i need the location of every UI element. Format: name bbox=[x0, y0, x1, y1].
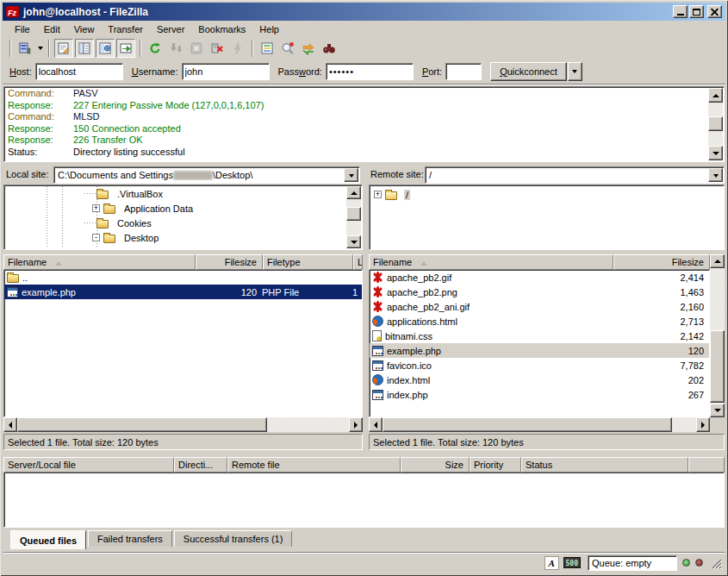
menubar: File Edit View Transfer Server Bookmarks… bbox=[3, 21, 725, 37]
file-row[interactable]: favicon.ico7,782 bbox=[370, 358, 709, 373]
toggle-local-tree-button[interactable] bbox=[75, 39, 94, 58]
scrollbar-thumb[interactable] bbox=[17, 417, 267, 432]
disconnect-button[interactable] bbox=[208, 39, 227, 58]
local-col-modified[interactable]: L bbox=[353, 254, 363, 270]
expand-icon[interactable]: + bbox=[92, 204, 100, 212]
local-tree-scrollbar[interactable] bbox=[346, 186, 361, 248]
file-row-updir[interactable]: .. bbox=[4, 270, 362, 285]
local-site-combo[interactable]: C:\Documents and Settings\Desktop\ bbox=[53, 166, 360, 184]
tree-item-desktop[interactable]: - Desktop bbox=[5, 230, 346, 245]
process-queue-button[interactable] bbox=[166, 39, 185, 58]
cancel-button[interactable] bbox=[187, 39, 206, 58]
tab-successful-transfers[interactable]: Successful transfers (1) bbox=[174, 530, 293, 547]
queue-col-size[interactable]: Size bbox=[401, 457, 470, 473]
menu-transfer[interactable]: Transfer bbox=[101, 22, 150, 36]
scroll-down-icon[interactable] bbox=[708, 146, 723, 160]
tree-item-cookies[interactable]: Cookies bbox=[5, 216, 346, 230]
sync-browse-button[interactable] bbox=[299, 39, 318, 58]
scrollbar-thumb[interactable] bbox=[710, 330, 725, 403]
queue-col-status[interactable]: Status bbox=[521, 457, 688, 473]
scrollbar-thumb[interactable] bbox=[346, 207, 361, 221]
toggle-message-log-button[interactable] bbox=[54, 39, 73, 58]
tab-queued-files[interactable]: Queued files bbox=[10, 530, 86, 549]
reconnect-button[interactable] bbox=[228, 39, 247, 58]
queue-col-server-local[interactable]: Server/Local file bbox=[3, 457, 174, 473]
file-row-selected[interactable]: example.php120 bbox=[370, 343, 709, 358]
menu-help[interactable]: Help bbox=[252, 22, 286, 36]
scrollbar-thumb[interactable] bbox=[708, 116, 723, 131]
log-scrollbar[interactable] bbox=[708, 88, 723, 160]
menu-file[interactable]: File bbox=[8, 22, 37, 36]
toggle-queue-button[interactable] bbox=[116, 39, 135, 58]
close-button[interactable] bbox=[707, 5, 722, 18]
tree-item-root[interactable]: + / bbox=[370, 187, 724, 202]
scroll-left-icon[interactable] bbox=[369, 417, 383, 432]
tab-failed-transfers[interactable]: Failed transfers bbox=[88, 530, 172, 547]
message-log: Command:PASV Response:227 Entering Passi… bbox=[3, 86, 725, 162]
file-row[interactable]: apache_pb2_ani.gif2,160 bbox=[370, 299, 709, 314]
scroll-right-icon[interactable] bbox=[696, 417, 710, 432]
file-row[interactable]: applications.html2,713 bbox=[370, 314, 709, 329]
scroll-right-icon[interactable] bbox=[349, 417, 363, 432]
local-hscrollbar[interactable] bbox=[3, 417, 363, 432]
filter-button[interactable] bbox=[258, 39, 277, 58]
username-input[interactable] bbox=[182, 63, 270, 80]
file-row[interactable]: index.html202 bbox=[370, 373, 709, 387]
maximize-button[interactable] bbox=[689, 5, 704, 18]
queue-body bbox=[3, 473, 725, 528]
minimize-button[interactable] bbox=[673, 5, 688, 18]
filter-icon bbox=[260, 41, 274, 55]
queue-header: Server/Local file Directi... Remote file… bbox=[3, 457, 725, 473]
local-col-filetype[interactable]: Filetype bbox=[263, 254, 353, 270]
scroll-left-icon[interactable] bbox=[3, 417, 17, 432]
menu-edit[interactable]: Edit bbox=[37, 22, 67, 36]
site-manager-dropdown[interactable] bbox=[38, 47, 43, 53]
scroll-up-icon[interactable] bbox=[708, 88, 723, 103]
find-button[interactable] bbox=[320, 39, 339, 58]
host-input[interactable] bbox=[35, 63, 123, 80]
scroll-up-icon[interactable] bbox=[346, 186, 361, 199]
file-row[interactable]: index.php267 bbox=[370, 387, 709, 402]
refresh-button[interactable] bbox=[146, 39, 165, 58]
toggle-remote-tree-button[interactable] bbox=[96, 39, 115, 58]
password-input[interactable] bbox=[326, 63, 414, 80]
local-col-filename[interactable]: Filename bbox=[3, 254, 196, 270]
remote-hscrollbar[interactable] bbox=[369, 417, 710, 432]
quickconnect-dropdown[interactable] bbox=[568, 62, 582, 81]
port-input[interactable] bbox=[445, 63, 482, 80]
file-row[interactable]: bitnami.css2,142 bbox=[370, 329, 709, 343]
remote-col-filename[interactable]: Filename bbox=[369, 254, 613, 270]
sort-asc-icon bbox=[420, 258, 427, 266]
menu-view[interactable]: View bbox=[67, 22, 102, 36]
local-col-filesize[interactable]: Filesize bbox=[196, 254, 263, 270]
scroll-down-icon[interactable] bbox=[710, 404, 725, 417]
titlebar[interactable]: Fz john@localhost - FileZilla bbox=[3, 3, 725, 21]
file-row[interactable]: apache_pb2.gif2,414 bbox=[370, 270, 709, 285]
scroll-down-icon[interactable] bbox=[346, 235, 361, 248]
local-combo-dropdown[interactable] bbox=[344, 168, 358, 182]
expand-icon[interactable]: + bbox=[374, 191, 382, 198]
compare-button[interactable] bbox=[278, 39, 297, 58]
remote-site-combo[interactable]: / bbox=[425, 166, 725, 184]
remote-vscrollbar[interactable] bbox=[710, 254, 725, 417]
scroll-up-icon[interactable] bbox=[710, 254, 725, 268]
queue-col-remote-file[interactable]: Remote file bbox=[227, 457, 401, 473]
remote-combo-dropdown[interactable] bbox=[708, 168, 723, 182]
remote-col-filesize[interactable]: Filesize bbox=[613, 254, 710, 270]
remote-site-label: Remote site: bbox=[370, 169, 424, 179]
file-row-example-php[interactable]: example.php 120 PHP File 1 bbox=[4, 285, 362, 299]
menu-server[interactable]: Server bbox=[150, 22, 191, 36]
queue-col-priority[interactable]: Priority bbox=[470, 457, 521, 473]
queue-status: Queue: empty bbox=[588, 555, 677, 571]
queue-col-direction[interactable]: Directi... bbox=[174, 457, 227, 473]
tree-item-virtualbox[interactable]: .VirtualBox bbox=[5, 186, 346, 201]
tree-item-application-data[interactable]: + Application Data bbox=[5, 201, 346, 216]
site-manager-button[interactable] bbox=[16, 39, 34, 58]
menu-bookmarks[interactable]: Bookmarks bbox=[191, 22, 252, 36]
file-row[interactable]: apache_pb2.png1,463 bbox=[370, 285, 709, 299]
scrollbar-thumb[interactable] bbox=[383, 417, 672, 432]
resize-grip[interactable] bbox=[710, 557, 722, 569]
quickconnect-button[interactable]: Quickconnect bbox=[490, 62, 567, 81]
collapse-icon[interactable]: - bbox=[92, 234, 100, 241]
quickconnect-bar: Host: Username: Password: Port: Quickcon… bbox=[3, 59, 725, 85]
